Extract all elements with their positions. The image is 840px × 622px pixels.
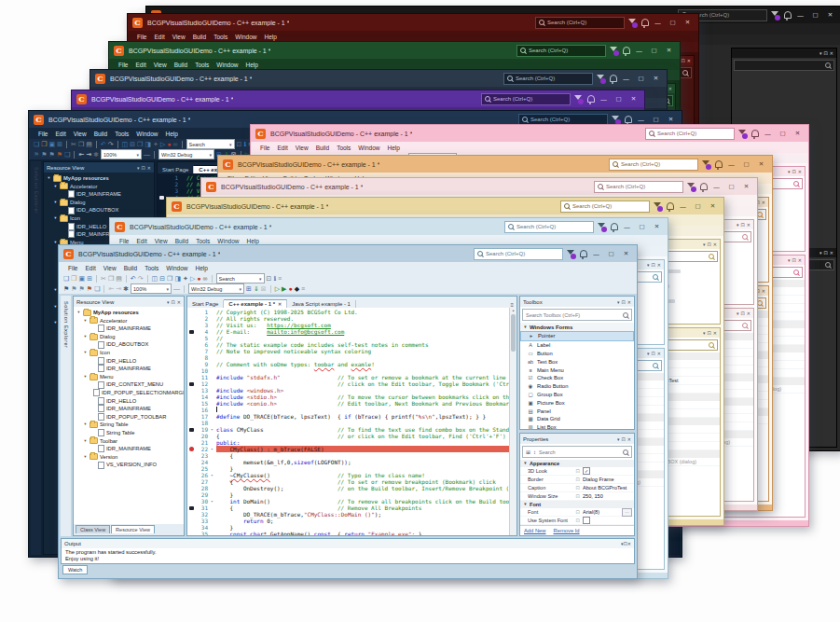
close-icon[interactable]: ✕ bbox=[627, 541, 631, 546]
tab-class-view[interactable]: Class View bbox=[76, 525, 110, 533]
menu-view[interactable]: View bbox=[70, 131, 90, 137]
profile-icon[interactable]: ◆ bbox=[295, 284, 299, 294]
checkbox[interactable] bbox=[583, 517, 590, 524]
tab-start-page[interactable]: Start Page bbox=[158, 166, 194, 173]
previous-bookmark-icon[interactable]: ⚑ bbox=[79, 284, 85, 294]
find-in-files-icon[interactable]: ∞ bbox=[203, 274, 208, 283]
menu-tools[interactable]: Tools bbox=[191, 62, 213, 68]
code-line-10[interactable]: 10 bbox=[187, 367, 509, 374]
tree-item[interactable]: IDR_MAINFRAME bbox=[76, 365, 184, 373]
code-line-6[interactable]: 6// The static example code includes sel… bbox=[187, 341, 509, 348]
copy-icon[interactable]: ❐ bbox=[78, 140, 84, 149]
close-button[interactable]: ✕ bbox=[824, 11, 836, 19]
menu-edit[interactable]: Edit bbox=[131, 62, 149, 68]
tree-item[interactable]: IDR_MAINFRAME bbox=[76, 325, 184, 333]
print-icon[interactable]: ⊡ bbox=[237, 140, 242, 149]
run-without-debugging-icon[interactable]: ▷ bbox=[275, 284, 280, 294]
zoom-combo[interactable]: 100%▾ bbox=[131, 283, 172, 294]
clear-bookmarks-icon[interactable]: ⚑ bbox=[57, 150, 62, 159]
close-icon[interactable]: ✕ bbox=[278, 301, 282, 307]
pin-icon[interactable]: ⊡ bbox=[792, 169, 796, 174]
feedback-icon[interactable] bbox=[686, 182, 695, 191]
menu-tools[interactable]: Tools bbox=[333, 145, 354, 151]
menu-view[interactable]: View bbox=[150, 62, 171, 68]
new-file-icon[interactable]: ❏ bbox=[63, 274, 69, 283]
pin-icon[interactable]: ⊡ bbox=[172, 299, 175, 305]
tree-group-accelerator[interactable]: ▾Accelerator bbox=[76, 317, 184, 325]
menu-tools[interactable]: Tools bbox=[210, 34, 231, 40]
separator-dash-icon[interactable]: — bbox=[173, 284, 180, 294]
paste-icon[interactable]: ▤ bbox=[86, 140, 92, 149]
paste-icon[interactable]: ▤ bbox=[116, 274, 122, 283]
add-new-link[interactable]: Add New bbox=[524, 528, 546, 533]
solution-explorer-tab[interactable]: Solution Explorer bbox=[31, 161, 41, 555]
quick-search-input[interactable]: Search (Ctrl+Q) bbox=[535, 17, 625, 29]
code-line-20[interactable]: 20{// or click on the Edit toolbar, Find… bbox=[187, 433, 509, 439]
menu-build[interactable]: Build bbox=[172, 238, 192, 244]
tree-group-dialog[interactable]: ▾Dialog bbox=[76, 333, 184, 341]
solution-explorer-tab[interactable]: Solution Explorer bbox=[61, 296, 71, 536]
outdent-icon[interactable]: ⇤ bbox=[108, 284, 114, 294]
tree-group-icon[interactable]: ▾Icon bbox=[76, 349, 184, 357]
close-icon[interactable]: ✕ bbox=[713, 330, 717, 336]
save-all-icon[interactable]: ⊞ bbox=[87, 274, 92, 283]
menu-view[interactable]: View bbox=[169, 34, 189, 40]
pin-icon[interactable]: ⊡ bbox=[708, 330, 711, 336]
comment-icon[interactable]: ✱ bbox=[93, 150, 99, 159]
property-row-use-system-font[interactable]: Use System Font⊡ bbox=[520, 517, 634, 525]
page-icon[interactable]: ❏ bbox=[64, 150, 70, 159]
record-macro-icon[interactable]: ● bbox=[167, 140, 171, 149]
window-dock-icon[interactable]: ◨ bbox=[145, 140, 151, 149]
notifications-bell-icon[interactable] bbox=[608, 74, 617, 83]
pin-icon[interactable]: ⊡ bbox=[741, 311, 745, 316]
pin-icon[interactable]: ⊡ bbox=[792, 257, 796, 263]
editor-scrollbar[interactable]: ▴ bbox=[509, 308, 516, 535]
close-icon[interactable]: ✕ bbox=[657, 351, 661, 356]
close-icon[interactable]: ✕ bbox=[762, 288, 765, 294]
menu-edit[interactable]: Edit bbox=[273, 145, 291, 151]
window-float-icon[interactable]: ❐ bbox=[137, 140, 143, 149]
panel-menu-icon[interactable]: ▾ bbox=[617, 299, 620, 305]
code-line-35[interactable]: 35 const char* GetAppName() const { retu… bbox=[187, 531, 509, 535]
toolbox-search-input[interactable]: Search Toolbox (Ctrl+F) bbox=[522, 309, 632, 321]
panel-menu-icon[interactable]: ▾ bbox=[819, 250, 822, 256]
tree-group-accelerator[interactable]: ▾Accelerator bbox=[47, 183, 154, 191]
feedback-icon[interactable] bbox=[596, 74, 605, 83]
code-line-32[interactable]: 32 DO_TRACE(m_bTrace,"CMyClass::DoMain (… bbox=[187, 511, 509, 518]
tree-group-string-table[interactable]: ▾String Table bbox=[76, 421, 184, 429]
window-layout-icon[interactable]: ◫ bbox=[152, 274, 158, 283]
feedback-icon[interactable] bbox=[566, 249, 575, 258]
build-icon[interactable]: ⊞ bbox=[246, 284, 252, 294]
tree-item[interactable]: String Table bbox=[76, 429, 184, 437]
menu-window[interactable]: Window bbox=[162, 265, 191, 271]
search-combo[interactable]: Search▾ bbox=[186, 139, 235, 149]
next-bookmark-icon[interactable]: ⚑ bbox=[41, 150, 47, 159]
redo-icon[interactable]: ↷ bbox=[108, 140, 114, 149]
code-line-27[interactable]: 27 {// To set or remove breakpoint (Book… bbox=[187, 478, 509, 485]
menu-edit[interactable]: Edit bbox=[81, 265, 99, 271]
save-all-icon[interactable]: ⊞ bbox=[57, 140, 62, 149]
menu-view[interactable]: View bbox=[151, 238, 172, 244]
close-icon[interactable]: ✕ bbox=[668, 86, 672, 91]
menu-tools[interactable]: Tools bbox=[111, 131, 132, 137]
toolbox-item-text-box[interactable]: abText Box bbox=[520, 357, 634, 366]
window-dock-icon[interactable]: ◨ bbox=[174, 274, 181, 283]
start-debug-icon[interactable]: ▷ bbox=[160, 140, 165, 149]
minimize-button[interactable]: — bbox=[635, 117, 647, 123]
notifications-bell-icon[interactable] bbox=[609, 222, 618, 231]
close-button[interactable]: ✕ bbox=[627, 95, 640, 103]
property-row-border[interactable]: Border⊡Dialog Frame bbox=[520, 476, 634, 484]
menu-help[interactable]: Help bbox=[161, 131, 181, 137]
panel-menu-icon[interactable]: ▾ bbox=[788, 257, 791, 263]
deploy-icon[interactable]: ⇓ bbox=[254, 284, 259, 294]
tree-item[interactable]: IDR_MAINFRAME bbox=[76, 405, 184, 413]
outdent-icon[interactable]: ⇤ bbox=[78, 150, 84, 159]
menu-window[interactable]: Window bbox=[213, 62, 241, 68]
minimize-button[interactable]: — bbox=[633, 48, 645, 54]
code-line-30[interactable]: 30▾ int DoMain()// To remove all breakpo… bbox=[187, 498, 509, 505]
tree-group-dialog[interactable]: ▾Dialog bbox=[47, 199, 154, 207]
close-icon[interactable]: ✕ bbox=[177, 299, 181, 305]
checkbox[interactable]: ✓ bbox=[583, 467, 590, 475]
redo-icon[interactable]: ↷ bbox=[138, 274, 144, 283]
close-icon[interactable]: ✕ bbox=[687, 58, 691, 63]
